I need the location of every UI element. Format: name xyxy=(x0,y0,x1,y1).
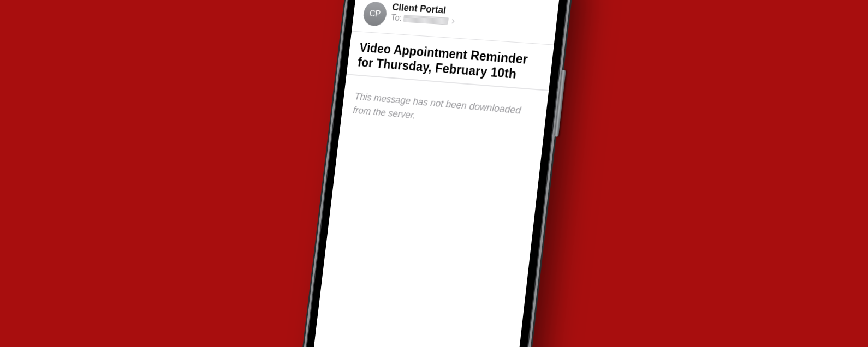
phone-mockup: 11:07 xyxy=(302,0,573,347)
side-button xyxy=(554,70,566,137)
subject-text: Video Appointment Reminder for Thursday,… xyxy=(357,40,542,83)
received-time: 11:03 AM xyxy=(509,0,549,2)
to-prefix: To: xyxy=(390,13,402,23)
download-placeholder: This message has not been downloaded fro… xyxy=(352,89,535,134)
mail-app-screen: 11:07 xyxy=(310,0,564,347)
phone-frame: 11:07 xyxy=(302,0,573,347)
recipient-redacted xyxy=(403,15,449,25)
avatar: CP xyxy=(362,1,388,27)
avatar-initials: CP xyxy=(369,9,381,19)
chevron-right-icon xyxy=(450,17,456,25)
